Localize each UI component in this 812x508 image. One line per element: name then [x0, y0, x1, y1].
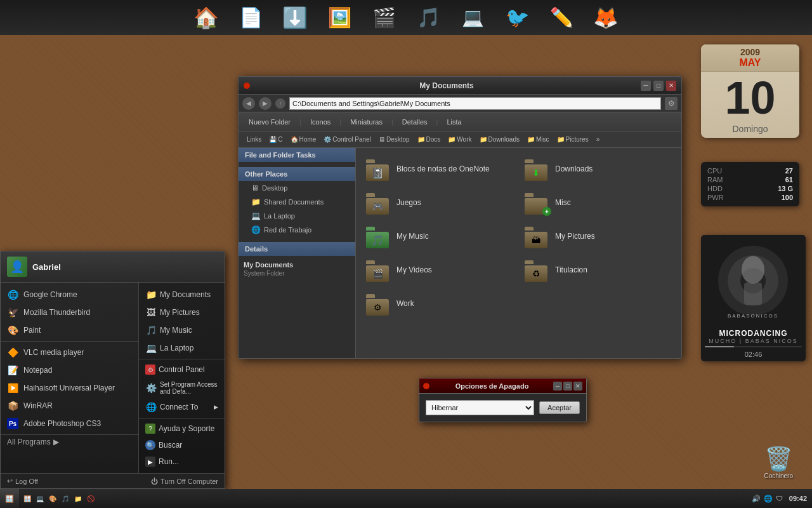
forward-button[interactable]: ▶: [259, 97, 272, 110]
menu-ayuda[interactable]: ? Ayuda y Soporte: [139, 420, 225, 437]
pencil-icon[interactable]: ✏️: [549, 5, 574, 30]
iconos-button[interactable]: Iconos: [306, 117, 334, 127]
mypictures-menu-label: My Pictures: [160, 308, 200, 317]
all-programs-arrow: ▶: [53, 438, 59, 446]
terminal-icon[interactable]: 💻: [460, 5, 485, 30]
refresh-button[interactable]: ⚙: [665, 97, 678, 110]
shared-docs-link[interactable]: 📁 Shared Documents: [239, 195, 355, 209]
miniaturas-button[interactable]: Miniaturas: [346, 117, 386, 127]
taskbar-item-6[interactable]: 🚫: [85, 495, 96, 502]
shutdown-dialog-body: Hibernar Aceptar: [419, 394, 586, 422]
lista-button[interactable]: Lista: [443, 117, 465, 127]
menu-run[interactable]: ▶ Run...: [139, 453, 225, 470]
file-folder-tasks-header: File and Folder Tasks: [239, 148, 355, 162]
file-item-downloads[interactable]: ⬇ Downloads: [520, 153, 676, 185]
sysmon-hdd-row: HDD 13 G: [707, 185, 793, 192]
file-item-onenote[interactable]: 📓 Blocs de notas de OneNote: [361, 153, 518, 185]
menu-item-vlc[interactable]: 🔶 VLC media player: [1, 344, 138, 361]
taskbar-item-4[interactable]: 🎵: [60, 495, 71, 502]
menu-mymusic[interactable]: 🎵 My Music: [139, 321, 225, 339]
download-icon[interactable]: ⬇️: [282, 5, 308, 30]
menu-item-chrome[interactable]: 🌐 Google Chrome: [1, 286, 138, 304]
nuevo-folder-button[interactable]: Nuevo Folder: [245, 117, 294, 127]
bookmark-work[interactable]: 📁 Work: [445, 135, 475, 144]
taskbar-item-3[interactable]: 🎨: [47, 495, 58, 502]
downloads-bookmark-icon: 📁: [480, 136, 487, 143]
logoff-button[interactable]: ↩ Log Off: [7, 477, 38, 485]
close-button[interactable]: ✕: [666, 81, 676, 91]
home-icon[interactable]: 🏠: [193, 5, 219, 30]
taskbar-item-5[interactable]: 📁: [72, 495, 84, 502]
file-item-juegos[interactable]: 🎮 Juegos: [361, 187, 518, 218]
video-icon[interactable]: 🎬: [371, 5, 396, 30]
desktop-link-icon: 🖥: [251, 184, 259, 192]
work-folder-icon: ⚙: [366, 291, 390, 316]
shutdown-close-button[interactable]: ✕: [573, 382, 582, 391]
shutdown-accept-button[interactable]: Aceptar: [539, 401, 580, 414]
menu-mypictures[interactable]: 🖼 My Pictures: [139, 304, 225, 321]
bookmark-misc[interactable]: 📁 Misc: [524, 135, 553, 144]
bookmark-c[interactable]: 💾 C: [266, 135, 285, 144]
photos-icon[interactable]: 🖼️: [327, 5, 352, 30]
svg-point-4: [742, 256, 764, 284]
shutdown-option-select[interactable]: Hibernar: [426, 400, 534, 415]
all-programs-button[interactable]: All Programs ▶: [1, 434, 138, 449]
shutdown-maximize-button[interactable]: □: [563, 382, 572, 391]
bookmark-docs[interactable]: 📁 Docs: [414, 135, 444, 144]
bookmark-home[interactable]: 🏠 Home: [287, 135, 320, 144]
shutdown-minimize-button[interactable]: ─: [553, 382, 562, 391]
file-item-myvideos[interactable]: 🎬 My Videos: [361, 254, 518, 286]
menu-item-photoshop[interactable]: Ps Adobe Photoshop CS3: [1, 415, 138, 432]
desktop-link[interactable]: 🖥 Desktop: [239, 181, 355, 195]
minimize-button[interactable]: ─: [641, 81, 651, 91]
bookmarks-more[interactable]: »: [593, 135, 603, 144]
taskbar-item-2[interactable]: 💻: [34, 495, 46, 502]
bookmark-links[interactable]: Links: [244, 135, 265, 144]
shutdown-button[interactable]: ⏻ Turn Off Computer: [151, 477, 218, 485]
menu-connectto[interactable]: 🌐 Connect To ▶: [139, 398, 225, 416]
calendar-weekday: Domingo: [701, 124, 799, 138]
maximize-button[interactable]: □: [653, 81, 664, 91]
menu-setprogram[interactable]: ⚙️ Set Program Access and Defa...: [139, 378, 225, 398]
menu-item-thunderbird[interactable]: 🦅 Mozilla Thunderbird: [1, 304, 138, 321]
address-bar[interactable]: [289, 97, 661, 110]
menu-item-winrar[interactable]: 📦 WinRAR: [1, 397, 138, 415]
start-button[interactable]: 🪟: [0, 489, 19, 508]
menu-item-paint[interactable]: 🎨 Paint: [1, 321, 138, 339]
taskbar-top: 🏠 📄 ⬇️ 🖼️ 🎬 🎵 💻 🐦 ✏️ 🦊: [0, 0, 812, 35]
trash-label: Cochinero: [764, 472, 793, 479]
window-title: My Documents: [252, 81, 641, 90]
taskbar-item-1[interactable]: 🪟: [22, 495, 33, 502]
file-item-titulacion[interactable]: ♻ Titulacion: [520, 254, 676, 286]
music-cover: BABASONICOS: [701, 235, 806, 327]
menu-controlpanel[interactable]: ⚙ Control Panel: [139, 361, 225, 378]
menu-item-haihaisoft[interactable]: ▶️ Haihaisoft Universal Player: [1, 379, 138, 397]
file-item-work[interactable]: ⚙ Work: [361, 288, 518, 319]
file-item-misc[interactable]: + Misc: [520, 187, 676, 218]
home-bookmark-icon: 🏠: [291, 136, 298, 143]
detalles-button[interactable]: Detalles: [398, 117, 431, 127]
bookmark-control-panel[interactable]: ⚙️ Control Panel: [320, 135, 374, 144]
bookmark-pictures[interactable]: 📁 Pictures: [554, 135, 592, 144]
menu-lalaptop[interactable]: 💻 La Laptop: [139, 339, 225, 357]
bookmark-desktop[interactable]: 🖥 Desktop: [376, 135, 413, 144]
up-button[interactable]: ↑: [275, 98, 285, 109]
trash-icon[interactable]: 🗑️ Cochinero: [764, 446, 793, 479]
back-button[interactable]: ◀: [242, 97, 255, 110]
bird-icon[interactable]: 🐦: [504, 5, 530, 30]
desktop-bookmark-icon: 🖥: [379, 136, 385, 143]
sys-tray-icon-3: 🛡: [776, 495, 783, 502]
document-icon[interactable]: 📄: [238, 5, 263, 30]
firefox-icon[interactable]: 🦊: [593, 5, 619, 30]
music-icon[interactable]: 🎵: [416, 5, 441, 30]
bookmark-downloads[interactable]: 📁 Downloads: [476, 135, 523, 144]
menu-mydocuments[interactable]: 📁 My Documents: [139, 286, 225, 304]
menu-item-notepad[interactable]: 📝 Notepad: [1, 361, 138, 379]
file-item-mypictures[interactable]: 🏔 My Pictures: [520, 220, 676, 252]
menu-buscar[interactable]: 🔍 Buscar: [139, 437, 225, 453]
window-content: File and Folder Tasks Other Places 🖥 Des…: [239, 148, 681, 358]
file-item-mymusic[interactable]: 🎵 My Music: [361, 220, 518, 252]
la-laptop-link[interactable]: 💻 La Laptop: [239, 209, 355, 223]
winrar-label: WinRAR: [23, 401, 53, 410]
red-trabajo-link[interactable]: 🌐 Red de Trabajo: [239, 223, 355, 237]
